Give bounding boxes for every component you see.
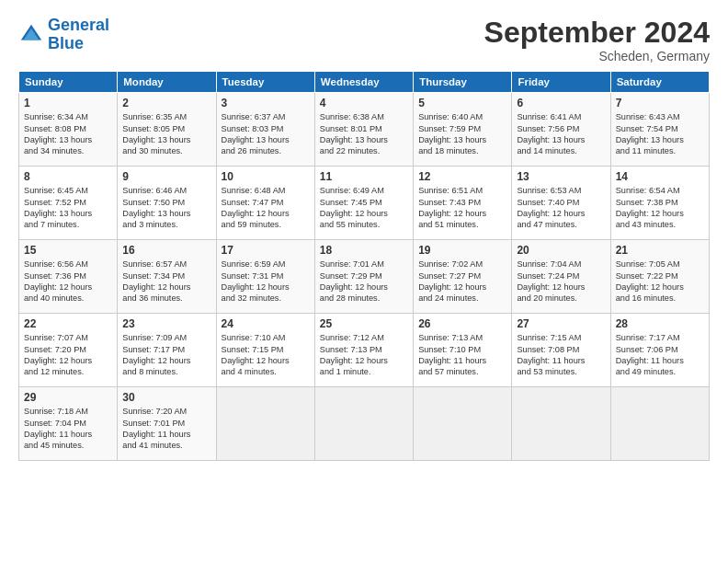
cell-text: Sunrise: 6:41 AMSunset: 7:56 PMDaylight:… [517,111,605,157]
calendar-cell: 12Sunrise: 6:51 AMSunset: 7:43 PMDayligh… [414,167,512,240]
calendar-cell: 7Sunrise: 6:43 AMSunset: 7:54 PMDaylight… [610,93,709,167]
calendar-cell: 15Sunrise: 6:56 AMSunset: 7:36 PMDayligh… [19,240,118,314]
calendar-cell: 17Sunrise: 6:59 AMSunset: 7:31 PMDayligh… [216,240,314,314]
cell-text: Sunrise: 6:35 AMSunset: 8:05 PMDaylight:… [122,111,210,157]
day-number: 1 [24,97,112,109]
day-number: 28 [616,317,704,330]
logo-text: General Blue [48,17,109,53]
cell-text: Sunrise: 6:59 AMSunset: 7:31 PMDaylight:… [222,259,310,304]
cell-text: Sunrise: 7:20 AMSunset: 7:01 PMDaylight:… [122,406,210,452]
calendar-cell: 26Sunrise: 7:13 AMSunset: 7:10 PMDayligh… [414,314,512,387]
day-number: 11 [320,170,408,183]
header-wednesday: Wednesday [314,72,413,93]
calendar-cell: 20Sunrise: 7:04 AMSunset: 7:24 PMDayligh… [512,240,610,314]
calendar-cell: 21Sunrise: 7:05 AMSunset: 7:22 PMDayligh… [610,240,709,314]
day-number: 24 [222,317,310,330]
cell-text: Sunrise: 7:05 AMSunset: 7:22 PMDaylight:… [616,259,704,304]
calendar-cell: 6Sunrise: 6:41 AMSunset: 7:56 PMDaylight… [512,93,610,167]
day-number: 5 [418,97,506,109]
day-number: 13 [517,170,605,183]
cell-text: Sunrise: 7:18 AMSunset: 7:04 PMDaylight:… [24,406,112,452]
day-number: 25 [320,317,408,330]
cell-text: Sunrise: 7:02 AMSunset: 7:27 PMDaylight:… [418,259,506,304]
header-monday: Monday [118,72,216,93]
calendar-cell: 18Sunrise: 7:01 AMSunset: 7:29 PMDayligh… [314,240,413,314]
day-number: 3 [222,97,310,109]
cell-text: Sunrise: 7:07 AMSunset: 7:20 PMDaylight:… [24,332,112,378]
calendar-cell: 8Sunrise: 6:45 AMSunset: 7:52 PMDaylight… [19,167,118,240]
calendar-cell: 5Sunrise: 6:40 AMSunset: 7:59 PMDaylight… [414,93,512,167]
day-number: 7 [616,97,704,109]
cell-text: Sunrise: 6:34 AMSunset: 8:08 PMDaylight:… [24,111,112,157]
calendar-cell: 3Sunrise: 6:37 AMSunset: 8:03 PMDaylight… [216,93,314,167]
cell-text: Sunrise: 7:09 AMSunset: 7:17 PMDaylight:… [122,332,210,378]
calendar-cell [512,387,610,461]
cell-text: Sunrise: 6:37 AMSunset: 8:03 PMDaylight:… [222,111,310,157]
cell-text: Sunrise: 6:48 AMSunset: 7:47 PMDaylight:… [222,185,310,231]
cell-text: Sunrise: 6:46 AMSunset: 7:50 PMDaylight:… [122,185,210,231]
week-row-0: 1Sunrise: 6:34 AMSunset: 8:08 PMDaylight… [19,93,710,167]
calendar-cell: 1Sunrise: 6:34 AMSunset: 8:08 PMDaylight… [19,93,118,167]
day-number: 8 [24,170,112,183]
cell-text: Sunrise: 6:53 AMSunset: 7:40 PMDaylight:… [517,185,605,231]
day-number: 4 [320,97,408,109]
day-number: 27 [517,317,605,330]
calendar-cell: 22Sunrise: 7:07 AMSunset: 7:20 PMDayligh… [19,314,118,387]
calendar-cell: 4Sunrise: 6:38 AMSunset: 8:01 PMDaylight… [314,93,413,167]
header-thursday: Thursday [414,72,512,93]
day-number: 16 [122,244,210,257]
day-number: 19 [418,244,506,257]
header-saturday: Saturday [610,72,709,93]
day-number: 10 [222,170,310,183]
day-number: 21 [616,244,704,257]
week-row-4: 29Sunrise: 7:18 AMSunset: 7:04 PMDayligh… [19,387,710,461]
month-title: September 2024 [484,17,710,49]
day-number: 29 [24,391,112,404]
cell-text: Sunrise: 7:01 AMSunset: 7:29 PMDaylight:… [320,259,408,304]
logo-icon [18,22,44,48]
cell-text: Sunrise: 6:51 AMSunset: 7:43 PMDaylight:… [418,185,506,231]
calendar-cell: 25Sunrise: 7:12 AMSunset: 7:13 PMDayligh… [314,314,413,387]
cell-text: Sunrise: 6:40 AMSunset: 7:59 PMDaylight:… [418,111,506,157]
week-row-1: 8Sunrise: 6:45 AMSunset: 7:52 PMDaylight… [19,167,710,240]
cell-text: Sunrise: 6:49 AMSunset: 7:45 PMDaylight:… [320,185,408,231]
calendar-cell: 27Sunrise: 7:15 AMSunset: 7:08 PMDayligh… [512,314,610,387]
calendar-cell: 28Sunrise: 7:17 AMSunset: 7:06 PMDayligh… [610,314,709,387]
day-number: 6 [517,97,605,109]
day-number: 2 [122,97,210,109]
calendar-cell: 29Sunrise: 7:18 AMSunset: 7:04 PMDayligh… [19,387,118,461]
cell-text: Sunrise: 6:45 AMSunset: 7:52 PMDaylight:… [24,185,112,231]
calendar-cell: 13Sunrise: 6:53 AMSunset: 7:40 PMDayligh… [512,167,610,240]
cell-text: Sunrise: 6:43 AMSunset: 7:54 PMDaylight:… [616,111,704,157]
cell-text: Sunrise: 7:12 AMSunset: 7:13 PMDaylight:… [320,332,408,378]
calendar-cell: 10Sunrise: 6:48 AMSunset: 7:47 PMDayligh… [216,167,314,240]
day-number: 15 [24,244,112,257]
calendar-cell: 16Sunrise: 6:57 AMSunset: 7:34 PMDayligh… [118,240,216,314]
header-sunday: Sunday [19,72,118,93]
calendar-cell: 24Sunrise: 7:10 AMSunset: 7:15 PMDayligh… [216,314,314,387]
calendar-cell: 11Sunrise: 6:49 AMSunset: 7:45 PMDayligh… [314,167,413,240]
day-number: 23 [122,317,210,330]
day-number: 18 [320,244,408,257]
calendar-cell [610,387,709,461]
subtitle: Scheden, Germany [484,49,710,63]
day-number: 12 [418,170,506,183]
day-number: 20 [517,244,605,257]
header-friday: Friday [512,72,610,93]
cell-text: Sunrise: 6:38 AMSunset: 8:01 PMDaylight:… [320,111,408,157]
calendar-cell: 9Sunrise: 6:46 AMSunset: 7:50 PMDaylight… [118,167,216,240]
calendar-table: Sunday Monday Tuesday Wednesday Thursday… [18,71,710,461]
day-number: 22 [24,317,112,330]
day-number: 17 [222,244,310,257]
day-number: 14 [616,170,704,183]
header-row: Sunday Monday Tuesday Wednesday Thursday… [19,72,710,93]
header: General Blue September 2024 Scheden, Ger… [18,17,710,63]
header-tuesday: Tuesday [216,72,314,93]
calendar-cell [314,387,413,461]
calendar-cell: 30Sunrise: 7:20 AMSunset: 7:01 PMDayligh… [118,387,216,461]
cell-text: Sunrise: 6:57 AMSunset: 7:34 PMDaylight:… [122,259,210,304]
logo: General Blue [18,17,109,53]
calendar-cell [216,387,314,461]
cell-text: Sunrise: 6:56 AMSunset: 7:36 PMDaylight:… [24,259,112,304]
page: General Blue September 2024 Scheden, Ger… [0,0,728,470]
